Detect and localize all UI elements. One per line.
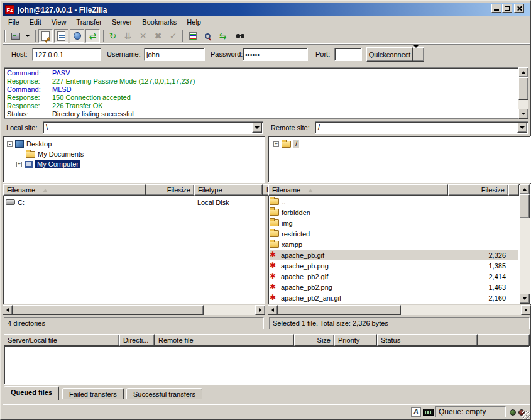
local-hscrollbar[interactable] (3, 305, 265, 315)
scroll-left-button[interactable] (3, 305, 13, 315)
minimize-button[interactable] (491, 4, 501, 13)
queue-status-panel: Queue: empty (435, 406, 506, 417)
synchronized-browsing-button[interactable]: ⇆ (216, 29, 230, 43)
cancel-operation-button[interactable]: ✕ (136, 29, 150, 43)
scroll-up-button[interactable] (518, 67, 528, 77)
directory-comparison-button[interactable] (200, 29, 215, 43)
scroll-right-button[interactable] (255, 305, 265, 315)
username-input[interactable] (144, 48, 205, 61)
menu-bookmarks[interactable]: Bookmarks (137, 17, 182, 27)
remote-file-row[interactable]: apache_pb2.png 1,463 (270, 282, 518, 292)
remote-vscrollbar[interactable] (520, 184, 530, 304)
port-label: Port: (315, 50, 330, 58)
reconnect-button[interactable]: ✓ (166, 29, 180, 43)
menu-help[interactable]: Help (182, 17, 206, 27)
scroll-up-button[interactable] (520, 184, 530, 194)
scroll-left-button[interactable] (268, 305, 278, 315)
tree-item-desktop[interactable]: - Desktop (7, 139, 52, 149)
site-manager-dropdown[interactable] (23, 29, 32, 43)
image-file-icon (270, 284, 279, 290)
tree-item-root[interactable]: + / (273, 139, 299, 149)
column-header-remotefile[interactable]: Remote file (155, 334, 294, 346)
toggle-message-log-button[interactable] (38, 29, 53, 43)
column-header-size[interactable]: Size (294, 334, 334, 346)
port-input[interactable] (334, 48, 362, 61)
scroll-right-button[interactable] (521, 305, 531, 315)
log-line: Response:227 Entering Passive Mode (127,… (7, 77, 518, 86)
local-site-combo[interactable]: \ (43, 121, 263, 134)
quickconnect-dropdown[interactable] (413, 47, 424, 62)
column-header-filesize[interactable]: Filesize (448, 184, 508, 196)
find-files-button[interactable] (231, 29, 245, 43)
tab-failed-transfers[interactable]: Failed transfers (62, 388, 124, 399)
column-header-serverlocal[interactable]: Server/Local file (4, 334, 119, 346)
password-input[interactable] (243, 48, 308, 61)
remote-file-row[interactable]: apache_pb2_ani.gif 2,160 (270, 292, 518, 303)
maximize-button[interactable] (502, 4, 512, 13)
toggle-transfer-queue-button[interactable]: ⇄ (85, 29, 100, 43)
scrollbar-thumb[interactable] (518, 77, 528, 100)
menu-server[interactable]: Server (107, 17, 137, 27)
menu-transfer[interactable]: Transfer (71, 17, 107, 27)
title-bar[interactable]: Fz john@127.0.0.1 - FileZilla (3, 3, 530, 16)
remote-file-row[interactable]: apache_pb.png 1,385 (270, 260, 518, 271)
local-file-row[interactable]: C: Local Disk (6, 197, 263, 207)
site-manager-button[interactable] (8, 29, 23, 43)
column-header-direction[interactable]: Directi... (119, 334, 155, 346)
remote-file-row[interactable]: apache_pb2.gif 2,414 (270, 271, 518, 282)
tab-queued-files[interactable]: Queued files (4, 386, 59, 400)
remote-file-row[interactable]: .. (270, 196, 518, 207)
queue-header: Server/Local file Directi... Remote file… (4, 334, 530, 346)
menu-edit[interactable]: Edit (25, 17, 47, 27)
folder-open-icon (282, 141, 291, 148)
column-header-filetype[interactable]: Filetype (194, 184, 263, 196)
toolbar-grip (4, 30, 6, 42)
remote-site-combo[interactable]: / (315, 121, 528, 134)
column-header-filename[interactable]: Filename (268, 184, 448, 196)
scrollbar-thumb[interactable] (520, 194, 530, 218)
window-title: john@127.0.0.1 - FileZilla (18, 6, 107, 14)
scroll-down-button[interactable] (518, 109, 528, 119)
expand-icon[interactable]: + (16, 162, 22, 167)
column-header-status[interactable]: Status (377, 334, 478, 346)
disconnect-button[interactable]: ✖ (151, 29, 165, 43)
log-scrollbar[interactable] (518, 67, 528, 119)
remote-hscrollbar[interactable] (268, 305, 531, 315)
process-queue-button[interactable]: ⇊ (121, 29, 135, 43)
desktop-icon (15, 140, 24, 148)
queue-list-area[interactable] (4, 346, 530, 385)
username-label: Username: (107, 50, 141, 58)
tab-successful-transfers[interactable]: Successful transfers (126, 388, 202, 399)
host-input[interactable] (32, 48, 101, 61)
refresh-button[interactable]: ↻ (106, 29, 120, 43)
column-header-filesize[interactable]: Filesize (146, 184, 194, 196)
folder-icon (270, 241, 279, 248)
menu-file[interactable]: File (3, 17, 25, 27)
resize-grip[interactable] (522, 411, 530, 419)
remote-file-row[interactable]: forbidden (270, 207, 518, 218)
quickconnect-button[interactable]: Quickconnect (366, 47, 413, 62)
toggle-local-tree-button[interactable] (54, 29, 68, 43)
scroll-down-button[interactable] (520, 294, 530, 304)
column-header-filename[interactable]: Filename (3, 184, 146, 196)
local-status-text: 4 directories (4, 317, 264, 329)
remote-file-row[interactable]: xampp (270, 239, 518, 250)
remote-file-row[interactable]: restricted (270, 228, 518, 239)
message-log: Command:PASV Response:227 Entering Passi… (4, 67, 518, 119)
reconnect-icon: ✓ (170, 31, 177, 40)
local-site-combo-button[interactable] (252, 123, 262, 133)
menu-view[interactable]: View (47, 17, 72, 27)
filter-button[interactable] (185, 29, 200, 43)
tree-item-my-computer[interactable]: + My Computer (16, 159, 80, 169)
remote-site-combo-button[interactable] (517, 123, 527, 133)
scrollbar-thumb[interactable] (278, 305, 401, 315)
remote-file-row-selected[interactable]: apache_pb.gif 2,326 (270, 250, 518, 260)
column-header-priority[interactable]: Priority (334, 334, 377, 346)
collapse-icon[interactable]: - (7, 141, 13, 147)
scrollbar-thumb[interactable] (13, 305, 204, 315)
toggle-remote-tree-button[interactable] (70, 29, 84, 43)
close-button[interactable] (514, 4, 524, 13)
tree-item-my-documents[interactable]: My Documents (26, 149, 84, 159)
expand-icon[interactable]: + (273, 141, 279, 147)
remote-file-row[interactable]: img (270, 218, 518, 228)
